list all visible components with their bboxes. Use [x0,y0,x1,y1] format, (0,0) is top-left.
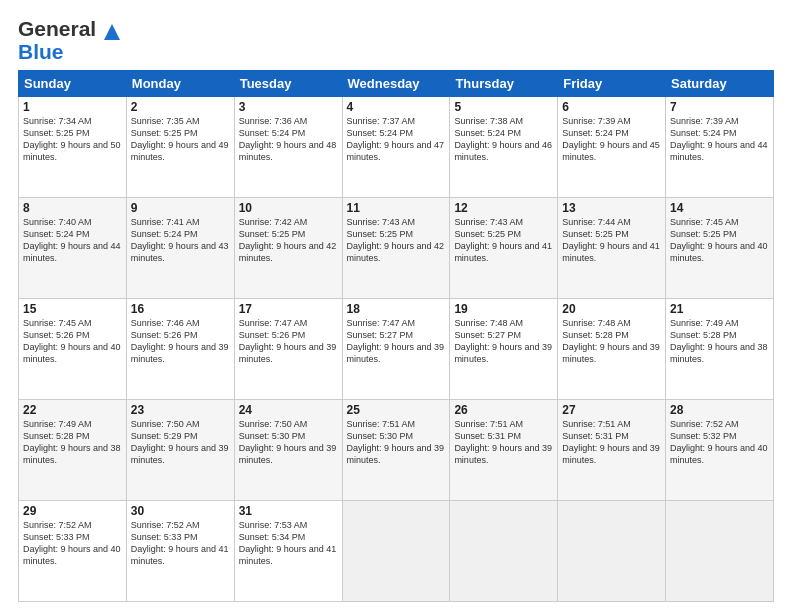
weekday-header-monday: Monday [126,70,234,96]
day-number: 22 [23,403,122,417]
day-cell-23: 23Sunrise: 7:50 AMSunset: 5:29 PMDayligh… [126,399,234,500]
day-cell-6: 6Sunrise: 7:39 AMSunset: 5:24 PMDaylight… [558,96,666,197]
day-cell-7: 7Sunrise: 7:39 AMSunset: 5:24 PMDaylight… [666,96,774,197]
day-cell-11: 11Sunrise: 7:43 AMSunset: 5:25 PMDayligh… [342,197,450,298]
day-number: 11 [347,201,446,215]
week-row-4: 22Sunrise: 7:49 AMSunset: 5:28 PMDayligh… [19,399,774,500]
day-number: 23 [131,403,230,417]
cell-info: Sunrise: 7:48 AMSunset: 5:27 PMDaylight:… [454,318,552,364]
day-cell-9: 9Sunrise: 7:41 AMSunset: 5:24 PMDaylight… [126,197,234,298]
cell-info: Sunrise: 7:51 AMSunset: 5:31 PMDaylight:… [454,419,552,465]
page: General Blue SundayMondayTuesdayWednesda… [0,0,792,612]
day-number: 26 [454,403,553,417]
weekday-header-row: SundayMondayTuesdayWednesdayThursdayFrid… [19,70,774,96]
day-cell-12: 12Sunrise: 7:43 AMSunset: 5:25 PMDayligh… [450,197,558,298]
logo: General Blue [18,18,121,62]
cell-info: Sunrise: 7:34 AMSunset: 5:25 PMDaylight:… [23,116,121,162]
day-cell-21: 21Sunrise: 7:49 AMSunset: 5:28 PMDayligh… [666,298,774,399]
day-number: 15 [23,302,122,316]
logo-icon [103,23,121,41]
day-number: 3 [239,100,338,114]
logo-blue: Blue [18,40,64,63]
day-number: 28 [670,403,769,417]
day-number: 7 [670,100,769,114]
day-cell-24: 24Sunrise: 7:50 AMSunset: 5:30 PMDayligh… [234,399,342,500]
cell-info: Sunrise: 7:37 AMSunset: 5:24 PMDaylight:… [347,116,445,162]
cell-info: Sunrise: 7:40 AMSunset: 5:24 PMDaylight:… [23,217,121,263]
day-cell-22: 22Sunrise: 7:49 AMSunset: 5:28 PMDayligh… [19,399,127,500]
empty-cell [450,500,558,601]
day-cell-15: 15Sunrise: 7:45 AMSunset: 5:26 PMDayligh… [19,298,127,399]
logo-line1: General [18,18,121,41]
day-number: 16 [131,302,230,316]
day-cell-8: 8Sunrise: 7:40 AMSunset: 5:24 PMDaylight… [19,197,127,298]
day-cell-16: 16Sunrise: 7:46 AMSunset: 5:26 PMDayligh… [126,298,234,399]
cell-info: Sunrise: 7:46 AMSunset: 5:26 PMDaylight:… [131,318,229,364]
day-cell-31: 31Sunrise: 7:53 AMSunset: 5:34 PMDayligh… [234,500,342,601]
day-cell-17: 17Sunrise: 7:47 AMSunset: 5:26 PMDayligh… [234,298,342,399]
day-number: 14 [670,201,769,215]
day-number: 10 [239,201,338,215]
empty-cell [342,500,450,601]
day-cell-19: 19Sunrise: 7:48 AMSunset: 5:27 PMDayligh… [450,298,558,399]
empty-cell [666,500,774,601]
day-number: 20 [562,302,661,316]
cell-info: Sunrise: 7:47 AMSunset: 5:26 PMDaylight:… [239,318,337,364]
day-cell-4: 4Sunrise: 7:37 AMSunset: 5:24 PMDaylight… [342,96,450,197]
cell-info: Sunrise: 7:44 AMSunset: 5:25 PMDaylight:… [562,217,660,263]
cell-info: Sunrise: 7:43 AMSunset: 5:25 PMDaylight:… [454,217,552,263]
cell-info: Sunrise: 7:45 AMSunset: 5:26 PMDaylight:… [23,318,121,364]
cell-info: Sunrise: 7:43 AMSunset: 5:25 PMDaylight:… [347,217,445,263]
day-cell-3: 3Sunrise: 7:36 AMSunset: 5:24 PMDaylight… [234,96,342,197]
day-number: 4 [347,100,446,114]
cell-info: Sunrise: 7:52 AMSunset: 5:32 PMDaylight:… [670,419,768,465]
day-cell-28: 28Sunrise: 7:52 AMSunset: 5:32 PMDayligh… [666,399,774,500]
day-cell-1: 1Sunrise: 7:34 AMSunset: 5:25 PMDaylight… [19,96,127,197]
day-number: 12 [454,201,553,215]
day-number: 17 [239,302,338,316]
logo-line2: Blue [18,41,121,62]
day-cell-29: 29Sunrise: 7:52 AMSunset: 5:33 PMDayligh… [19,500,127,601]
cell-info: Sunrise: 7:50 AMSunset: 5:30 PMDaylight:… [239,419,337,465]
calendar: SundayMondayTuesdayWednesdayThursdayFrid… [18,70,774,602]
day-cell-5: 5Sunrise: 7:38 AMSunset: 5:24 PMDaylight… [450,96,558,197]
day-number: 8 [23,201,122,215]
cell-info: Sunrise: 7:49 AMSunset: 5:28 PMDaylight:… [23,419,121,465]
empty-cell [558,500,666,601]
cell-info: Sunrise: 7:36 AMSunset: 5:24 PMDaylight:… [239,116,337,162]
cell-info: Sunrise: 7:53 AMSunset: 5:34 PMDaylight:… [239,520,337,566]
weekday-header-saturday: Saturday [666,70,774,96]
cell-info: Sunrise: 7:49 AMSunset: 5:28 PMDaylight:… [670,318,768,364]
day-cell-13: 13Sunrise: 7:44 AMSunset: 5:25 PMDayligh… [558,197,666,298]
day-number: 25 [347,403,446,417]
day-number: 24 [239,403,338,417]
day-cell-14: 14Sunrise: 7:45 AMSunset: 5:25 PMDayligh… [666,197,774,298]
cell-info: Sunrise: 7:52 AMSunset: 5:33 PMDaylight:… [23,520,121,566]
day-cell-2: 2Sunrise: 7:35 AMSunset: 5:25 PMDaylight… [126,96,234,197]
weekday-header-wednesday: Wednesday [342,70,450,96]
day-number: 2 [131,100,230,114]
weekday-header-friday: Friday [558,70,666,96]
cell-info: Sunrise: 7:45 AMSunset: 5:25 PMDaylight:… [670,217,768,263]
day-number: 9 [131,201,230,215]
day-number: 5 [454,100,553,114]
day-number: 29 [23,504,122,518]
week-row-5: 29Sunrise: 7:52 AMSunset: 5:33 PMDayligh… [19,500,774,601]
week-row-1: 1Sunrise: 7:34 AMSunset: 5:25 PMDaylight… [19,96,774,197]
cell-info: Sunrise: 7:51 AMSunset: 5:30 PMDaylight:… [347,419,445,465]
weekday-header-sunday: Sunday [19,70,127,96]
day-cell-18: 18Sunrise: 7:47 AMSunset: 5:27 PMDayligh… [342,298,450,399]
day-number: 31 [239,504,338,518]
day-number: 1 [23,100,122,114]
day-cell-10: 10Sunrise: 7:42 AMSunset: 5:25 PMDayligh… [234,197,342,298]
day-number: 6 [562,100,661,114]
cell-info: Sunrise: 7:39 AMSunset: 5:24 PMDaylight:… [670,116,768,162]
header: General Blue [18,18,774,62]
cell-info: Sunrise: 7:39 AMSunset: 5:24 PMDaylight:… [562,116,660,162]
day-number: 13 [562,201,661,215]
cell-info: Sunrise: 7:42 AMSunset: 5:25 PMDaylight:… [239,217,337,263]
cell-info: Sunrise: 7:47 AMSunset: 5:27 PMDaylight:… [347,318,445,364]
day-number: 19 [454,302,553,316]
week-row-2: 8Sunrise: 7:40 AMSunset: 5:24 PMDaylight… [19,197,774,298]
day-number: 30 [131,504,230,518]
